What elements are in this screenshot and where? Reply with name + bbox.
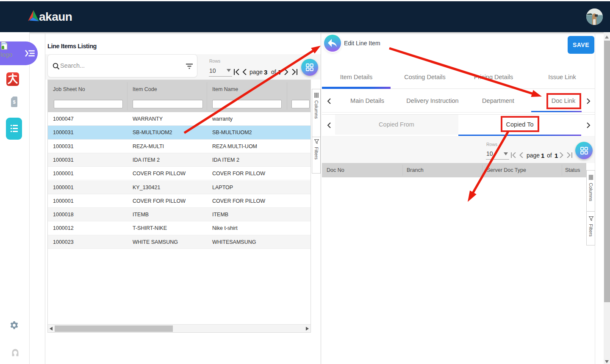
svg-text:$: $ [13,99,15,105]
